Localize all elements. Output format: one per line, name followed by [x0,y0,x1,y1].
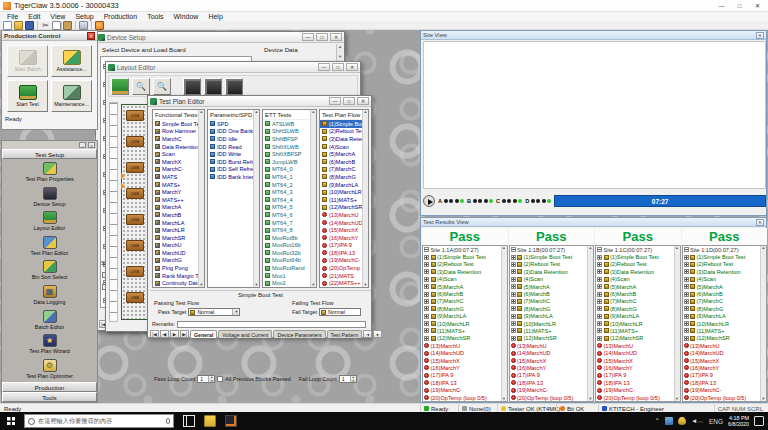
passed-test-row[interactable]: (9)MarchLA [423,313,501,320]
test-list-item[interactable]: MATS++ [153,196,204,204]
test-list-item[interactable]: MarchLA [153,219,204,227]
expand-icon[interactable] [684,292,689,297]
minimize-button[interactable]: — [302,33,314,41]
pending-test-row[interactable]: (16)MarchY [423,364,501,371]
layout-chip[interactable]: U3B [126,162,144,173]
list-scrollbar[interactable]: ▲▼ [310,110,316,287]
test-list-item[interactable]: Continuity Data T... [153,279,204,287]
menu-item-view[interactable]: View [45,13,70,20]
tools-tab-bar[interactable]: Tools [2,392,97,402]
expand-icon[interactable] [684,321,689,326]
test-list-item[interactable]: Row Hammer [153,128,204,136]
layout-chip[interactable]: U8B [126,292,144,303]
expand-icon[interactable] [424,306,429,311]
expand-icon[interactable] [424,336,429,341]
expand-icon[interactable] [597,336,602,341]
passed-test-row[interactable]: (7)MarchC [423,298,501,305]
expand-icon[interactable] [424,328,429,333]
language-indicator[interactable]: ENG [709,418,723,425]
maximize-button[interactable]: □ [343,97,355,105]
passed-test-row[interactable]: (11)MATS+ [423,327,501,334]
close-button[interactable]: ✕ [330,33,342,41]
menu-item-production[interactable]: Production [99,13,142,20]
expand-icon[interactable] [424,255,429,260]
pending-test-row[interactable]: (13)MarchU [596,342,674,349]
passed-test-row[interactable]: (4)Scan [423,276,501,283]
pending-test-row[interactable]: (14)MarchUD [683,349,761,356]
pending-test-row[interactable]: (16)MarchY [510,364,588,371]
fail-target-select[interactable]: Normal [319,308,361,316]
close-icon[interactable]: ✕ [756,219,764,226]
shield-icon[interactable] [678,417,686,425]
test-list-item[interactable]: Data Retention [153,143,204,151]
pending-test-row[interactable]: (15)MarchX [683,357,761,364]
prev-tab-button[interactable]: ◀ [160,330,169,338]
test-plan-editor-titlebar[interactable]: Test Plan Editor — □ ✕ [148,96,371,107]
test-list-item[interactable]: ShiftBFSP [263,135,316,143]
close-icon[interactable]: x [88,142,95,148]
sidebar-item-batch-editor[interactable]: Batch Editor [2,310,97,330]
expand-icon[interactable] [597,277,602,282]
collapse-icon[interactable] [597,247,602,252]
test-list-item[interactable]: MT64_3 [263,188,316,196]
maximize-button[interactable]: □ [332,63,344,71]
test-list-item[interactable]: (3)Data Reten... [320,135,368,143]
pending-test-row[interactable]: (14)MarchUD [596,349,674,356]
expand-icon[interactable] [684,314,689,319]
expand-icon[interactable] [597,255,602,260]
passed-test-row[interactable]: (2)Reboot Test [510,261,588,268]
test-list-item[interactable]: (6)MarchB [320,158,368,166]
zoom-in-icon[interactable] [153,78,171,95]
pending-test-row[interactable]: (17)IPA 9 [423,372,501,379]
pending-test-row[interactable]: (18)IPA 13 [683,379,761,386]
test-list-item[interactable]: (12)MarchSR [320,204,368,212]
passed-test-row[interactable]: (7)MarchC [596,298,674,305]
test-list-item[interactable]: ShiftXBFSP [263,150,316,158]
expand-icon[interactable] [684,277,689,282]
pending-test-row[interactable]: (20)OpTemp (loop 0/5) [423,394,501,401]
maximize-button[interactable]: □ [316,33,328,41]
layout-chip[interactable]: U2B [126,136,144,147]
pending-test-row[interactable]: (15)MarchX [510,357,588,364]
passed-test-row[interactable]: (7)MarchC [510,298,588,305]
passed-test-row[interactable]: (12)MarchSR [683,335,761,342]
test-list-item[interactable]: MT64_8 [263,226,316,234]
test-list-item[interactable]: MT64_2 [263,181,316,189]
file-explorer-icon[interactable] [204,415,216,427]
test-list-item[interactable]: MarchLR [153,226,204,234]
minimize-button[interactable]: — [329,97,341,105]
passed-test-row[interactable]: (4)Scan [510,276,588,283]
spinner-arrows-icon[interactable]: ▲▼ [208,376,214,382]
expand-icon[interactable] [684,262,689,267]
test-list-item[interactable]: MovRot32b [263,249,316,257]
passed-test-row[interactable]: (1)Simple Boot Test [510,253,588,260]
next-tab-button[interactable]: ▶ [170,330,179,338]
layout-editor-titlebar[interactable]: Layout Editor — □ ✕ [106,62,360,73]
passed-test-row[interactable]: (12)MarchSR [423,335,501,342]
test-list-item[interactable]: (4)Scan [320,143,368,151]
test-list-item[interactable]: (21)MATS [320,272,368,280]
tab-voltage-and-current[interactable]: Voltage and Current [218,330,272,338]
expand-icon[interactable] [597,299,602,304]
test-list-item[interactable]: MT64_5 [263,204,316,212]
test-list-item[interactable]: (13)MarchU [320,211,368,219]
sidebar-item-device-setup[interactable]: Device Setup [2,187,97,207]
menu-item-help[interactable]: Help [203,13,227,20]
test-list-item[interactable]: MATS+ [153,181,204,189]
passed-test-row[interactable]: (6)MarchB [596,290,674,297]
pending-test-row[interactable]: (20)OpTemp (loop 0/5) [596,394,674,401]
expand-icon[interactable] [597,269,602,274]
tab-scroll-right-button[interactable]: ▸ [373,330,382,338]
test-list-item[interactable]: MarchB [153,211,204,219]
dimm-front-icon[interactable] [204,78,222,95]
cut-icon[interactable] [41,21,50,30]
expand-icon[interactable] [684,299,689,304]
sidebar-item-layout-editor[interactable]: Layout Editor [2,211,97,231]
sidebar-item-test-plan-wizard[interactable]: ★Test Plan Wizard [2,334,97,354]
test-list-item[interactable]: (22)MATS++ [320,279,368,287]
sidebar-item-test-plan-properties[interactable]: Test Plan Properties [2,162,97,182]
site-header-row[interactable]: Site 1:1D(00:07:27) [683,246,761,253]
expand-icon[interactable] [597,328,602,333]
expand-icon[interactable] [511,328,516,333]
collapse-icon[interactable] [424,247,429,252]
